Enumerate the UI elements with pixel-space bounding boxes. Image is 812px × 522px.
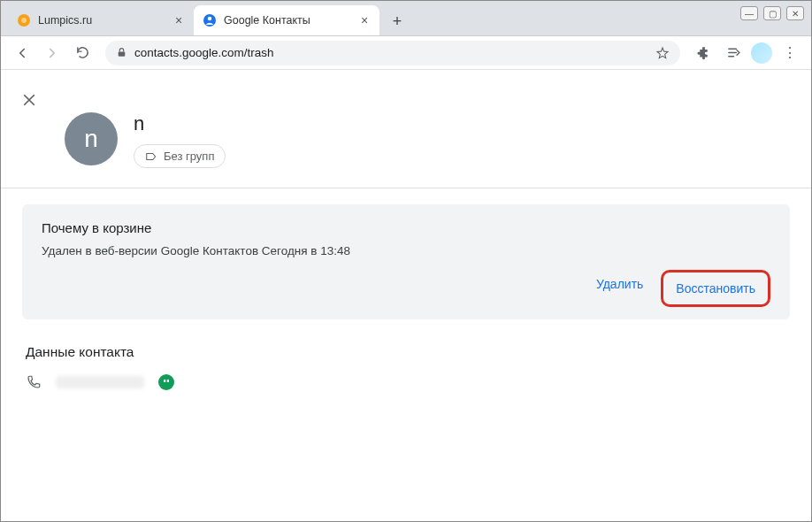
- profile-avatar[interactable]: [751, 42, 772, 64]
- back-button[interactable]: [10, 41, 34, 65]
- label-chip[interactable]: Без групп: [134, 144, 226, 168]
- contact-header: n n Без групп: [1, 70, 811, 188]
- window-controls: — ▢ ✕: [740, 6, 804, 20]
- media-control-icon[interactable]: [721, 41, 746, 65]
- phone-number-redacted: [56, 376, 144, 388]
- restore-button[interactable]: Восстановить: [665, 274, 766, 303]
- browser-tab-lumpics[interactable]: Lumpics.ru ×: [8, 5, 194, 35]
- contact-details-section: Данные контакта: [26, 344, 786, 390]
- details-title: Данные контакта: [26, 344, 786, 360]
- tab-close-button[interactable]: ×: [358, 14, 371, 27]
- url-text: contacts.google.com/trash: [134, 46, 648, 59]
- browser-menu-button[interactable]: ⋮: [778, 41, 802, 65]
- address-bar[interactable]: contacts.google.com/trash: [105, 41, 680, 65]
- window-maximize-button[interactable]: ▢: [763, 6, 781, 20]
- tab-favicon: [203, 13, 217, 27]
- contact-avatar: n: [65, 112, 118, 165]
- label-icon: [145, 150, 157, 163]
- close-contact-button[interactable]: [17, 88, 42, 112]
- contact-name: n: [134, 112, 226, 135]
- window-close-button[interactable]: ✕: [786, 6, 804, 20]
- browser-toolbar: contacts.google.com/trash ⋮: [1, 36, 811, 70]
- new-tab-button[interactable]: +: [385, 9, 410, 34]
- forward-button[interactable]: [40, 41, 65, 65]
- window-minimize-button[interactable]: —: [740, 6, 758, 20]
- phone-icon: [26, 374, 42, 390]
- reload-button[interactable]: [70, 41, 95, 65]
- svg-point-1: [21, 18, 27, 23]
- svg-point-3: [208, 17, 212, 21]
- tab-title: Lumpics.ru: [38, 14, 92, 27]
- trash-card-description: Удален в веб-версии Google Контактов Сег…: [42, 244, 770, 257]
- trash-card-title: Почему в корзине: [42, 220, 770, 235]
- lock-icon: [116, 47, 127, 58]
- browser-tab-google-contacts[interactable]: Google Контакты ×: [194, 5, 379, 35]
- hangouts-icon[interactable]: [158, 374, 174, 390]
- page-content: n n Без групп Почему в корзине Удален в …: [1, 70, 811, 390]
- extensions-icon[interactable]: [691, 41, 716, 65]
- tab-favicon: [17, 13, 31, 27]
- bookmark-star-icon[interactable]: [655, 46, 670, 60]
- delete-forever-button[interactable]: Удалить: [586, 270, 654, 307]
- trash-info-card: Почему в корзине Удален в веб-версии Goo…: [22, 204, 790, 319]
- svg-rect-4: [119, 51, 126, 56]
- phone-detail-row: [26, 374, 786, 390]
- tab-title: Google Контакты: [224, 14, 310, 27]
- tab-close-button[interactable]: ×: [172, 14, 185, 27]
- label-chip-text: Без групп: [164, 150, 214, 163]
- highlight-annotation: Восстановить: [661, 270, 770, 307]
- browser-tab-bar: Lumpics.ru × Google Контакты × +: [1, 1, 811, 36]
